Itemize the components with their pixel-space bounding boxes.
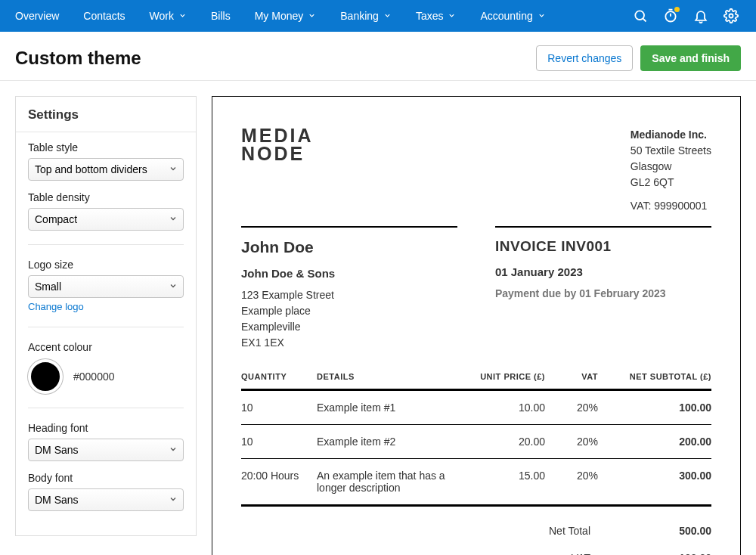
addr-line: Example place <box>241 303 457 319</box>
totals-block: Net Total 500.00 VAT 100.00 GBP TOTAL £6… <box>241 517 711 555</box>
chevron-down-icon <box>308 10 316 22</box>
cell-vat: 20% <box>545 425 598 459</box>
heading-font-label: Heading font <box>28 422 184 434</box>
cell-qty: 20:00 Hours <box>241 459 317 506</box>
heading-font-select[interactable]: DM Sans <box>28 439 184 461</box>
net-total-value: 500.00 <box>636 525 711 537</box>
vat-total-label: VAT <box>500 552 590 555</box>
table-row: 10Example item #220.0020%200.00 <box>241 425 711 459</box>
column-header-price: UNIT PRICE (£) <box>454 372 545 390</box>
invoice-preview: MEDIA NODE Medianode Inc. 50 Textile Str… <box>212 96 741 555</box>
vat-total-value: 100.00 <box>636 552 711 555</box>
revert-button[interactable]: Revert changes <box>536 45 633 71</box>
timer-icon[interactable] <box>662 8 679 24</box>
bill-to-address: 123 Example Street Example place Example… <box>241 287 457 351</box>
addr-line: EX1 1EX <box>241 335 457 351</box>
nav-item-bills[interactable]: Bills <box>199 0 243 32</box>
company-name: Medianode Inc. <box>631 127 711 143</box>
change-logo-link[interactable]: Change logo <box>28 301 84 312</box>
page-title: Custom theme <box>15 48 141 69</box>
company-logo: MEDIA NODE <box>241 127 314 214</box>
company-addr: 50 Textile Streets <box>631 143 711 159</box>
cell-price: 10.00 <box>454 390 545 425</box>
addr-line: 123 Example Street <box>241 287 457 303</box>
invoice-table: QUANTITY DETAILS UNIT PRICE (£) VAT NET … <box>241 372 711 507</box>
notification-dot <box>674 7 680 12</box>
svg-line-1 <box>643 19 646 22</box>
svg-point-0 <box>635 11 644 20</box>
company-vat: VAT: 999900001 <box>631 198 711 214</box>
top-nav: OverviewContactsWorkBillsMy MoneyBanking… <box>0 0 756 32</box>
nav-icons <box>632 8 753 24</box>
cell-subtotal: 300.00 <box>598 459 711 506</box>
invoice-date: 01 January 2023 <box>495 265 711 278</box>
body-font-label: Body font <box>28 472 184 484</box>
bill-to-company: John Doe & Sons <box>241 267 457 280</box>
logo-size-label: Logo size <box>28 259 184 271</box>
invoice-heading: INVOICE INV001 <box>495 238 711 255</box>
cell-subtotal: 200.00 <box>598 425 711 459</box>
table-style-label: Table style <box>28 141 184 153</box>
header-bar: Custom theme Revert changes Save and fin… <box>0 32 756 81</box>
chevron-down-icon <box>383 10 392 22</box>
cell-vat: 20% <box>545 459 598 506</box>
cell-vat: 20% <box>545 390 598 425</box>
table-row: 20:00 HoursAn example item that has a lo… <box>241 459 711 506</box>
logo-size-select[interactable]: Small <box>28 275 184 298</box>
nav-item-taxes[interactable]: Taxes <box>404 0 469 32</box>
header-actions: Revert changes Save and finish <box>536 45 741 71</box>
body-font-select[interactable]: DM Sans <box>28 488 184 511</box>
logo-line: NODE <box>241 145 314 163</box>
company-addr: Glasgow <box>631 159 711 175</box>
company-addr: GL2 6QT <box>631 175 711 191</box>
bill-to-name: John Doe <box>241 238 457 256</box>
cell-details: Example item #1 <box>317 390 454 425</box>
table-style-select[interactable]: Top and bottom dividers <box>28 158 184 181</box>
divider <box>241 226 457 228</box>
column-header-details: DETAILS <box>317 372 454 390</box>
search-icon[interactable] <box>632 8 649 24</box>
company-block: Medianode Inc. 50 Textile Streets Glasgo… <box>631 127 711 214</box>
chevron-down-icon <box>538 10 546 22</box>
chevron-down-icon <box>178 10 187 22</box>
table-density-label: Table density <box>28 191 184 203</box>
accent-colour-label: Accent colour <box>28 341 184 353</box>
bell-icon[interactable] <box>692 8 709 24</box>
gear-icon[interactable] <box>723 8 739 24</box>
table-density-select[interactable]: Compact <box>28 208 184 231</box>
column-header-subtotal: NET SUBTOTAL (£) <box>598 372 711 390</box>
divider <box>495 226 711 228</box>
cell-details: An example item that has a longer descri… <box>317 459 454 506</box>
cell-price: 15.00 <box>454 459 545 506</box>
nav-item-overview[interactable]: Overview <box>3 0 71 32</box>
nav-items-container: OverviewContactsWorkBillsMy MoneyBanking… <box>3 0 558 32</box>
cell-qty: 10 <box>241 425 317 459</box>
chevron-down-icon <box>448 10 456 22</box>
net-total-label: Net Total <box>500 525 590 537</box>
nav-item-banking[interactable]: Banking <box>328 0 404 32</box>
save-button[interactable]: Save and finish <box>640 45 741 71</box>
divider <box>28 327 184 327</box>
divider <box>28 244 184 245</box>
accent-hex-value: #000000 <box>73 371 115 383</box>
cell-price: 20.00 <box>454 425 545 459</box>
column-header-vat: VAT <box>545 372 598 390</box>
column-header-qty: QUANTITY <box>241 372 317 390</box>
settings-panel: Settings Table style Top and bottom divi… <box>15 96 197 536</box>
cell-details: Example item #2 <box>317 425 454 459</box>
svg-point-5 <box>730 14 733 18</box>
nav-item-accounting[interactable]: Accounting <box>468 0 557 32</box>
nav-item-work[interactable]: Work <box>138 0 199 32</box>
accent-colour-swatch[interactable] <box>28 359 63 394</box>
cell-subtotal: 100.00 <box>598 390 711 425</box>
payment-due: Payment due by 01 February 2023 <box>495 287 711 299</box>
cell-qty: 10 <box>241 390 317 425</box>
nav-item-contacts[interactable]: Contacts <box>71 0 137 32</box>
divider <box>28 408 184 408</box>
settings-heading: Settings <box>16 97 196 132</box>
addr-line: Exampleville <box>241 319 457 335</box>
table-row: 10Example item #110.0020%100.00 <box>241 390 711 425</box>
nav-item-my-money[interactable]: My Money <box>243 0 329 32</box>
